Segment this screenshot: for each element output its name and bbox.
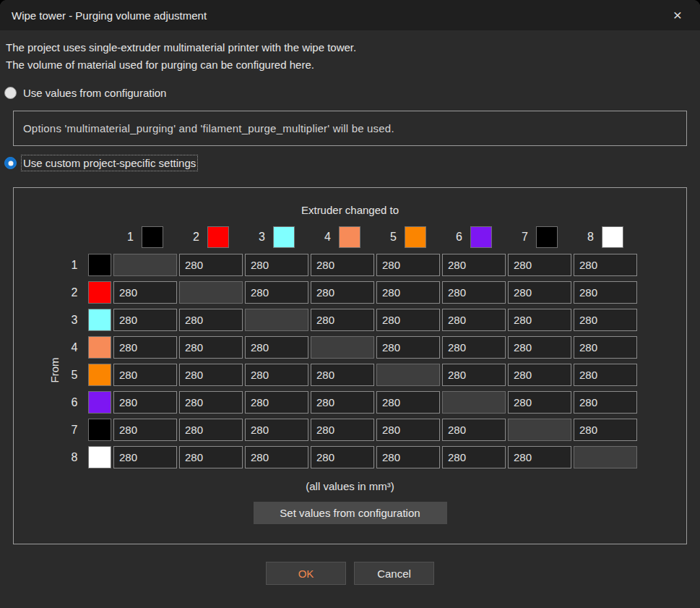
purge-value-input[interactable] [508,254,571,276]
purge-value-input[interactable] [442,336,506,359]
purge-value-input[interactable] [442,309,506,331]
extruder-column-header: 8 [574,225,637,249]
extruder-color-swatch [470,226,492,248]
configuration-note-box: Options 'multimaterial_purging' and 'fil… [13,111,687,146]
purge-value-input[interactable] [376,336,440,359]
purge-value-input[interactable] [508,309,571,331]
window-title: Wipe tower - Purging volume adjustment [12,9,207,22]
purge-value-input[interactable] [311,446,374,468]
purge-value-input[interactable] [574,281,637,304]
purge-value-input[interactable] [376,309,440,331]
purge-value-input[interactable] [311,364,374,386]
purge-value-input[interactable] [311,254,374,276]
purge-value-input[interactable] [179,364,243,386]
purge-matrix-panel: Extruder changed to From 123456781234567… [13,187,687,544]
matrix-row-number: 3 [63,314,86,327]
purge-value-input[interactable] [113,364,177,386]
purge-value-disabled-cell [245,309,308,331]
purge-value-input[interactable] [179,254,243,276]
extruder-color-swatch [88,254,111,276]
purge-value-input[interactable] [245,446,308,468]
radio-use-custom[interactable]: Use custom project-specific settings [4,157,700,169]
extruder-color-swatch [88,364,111,386]
purge-value-disabled-cell [376,364,440,386]
radio-use-configuration-label: Use values from configuration [23,87,166,99]
extruder-column-header: 5 [376,225,440,249]
extruder-column-number: 1 [127,231,134,244]
purge-value-input[interactable] [442,364,506,386]
purge-value-input[interactable] [311,391,374,414]
extruder-color-swatch [88,336,111,359]
purge-value-input[interactable] [245,419,308,441]
purge-value-input[interactable] [574,364,637,386]
purge-value-input[interactable] [508,364,571,386]
purge-value-input[interactable] [376,281,440,304]
purge-value-input[interactable] [574,336,637,359]
extruder-color-swatch [405,226,426,248]
purge-value-input[interactable] [508,336,571,359]
purge-value-input[interactable] [179,391,243,414]
matrix-row-number: 2 [63,286,86,299]
purge-value-input[interactable] [508,391,571,414]
purge-value-input[interactable] [442,419,506,441]
purge-value-input[interactable] [376,391,440,414]
purge-value-input[interactable] [508,446,571,468]
purge-value-disabled-cell [574,446,637,468]
purge-value-input[interactable] [179,336,243,359]
matrix-row-number: 5 [63,369,86,382]
extruder-column-number: 8 [587,231,594,244]
matrix-row-axis-label: From [48,358,61,383]
purge-value-input[interactable] [508,281,571,304]
extruder-column-header: 1 [113,225,177,249]
cancel-button[interactable]: Cancel [354,562,434,585]
footer-buttons: OK Cancel [0,562,700,585]
purge-value-input[interactable] [113,309,177,331]
purge-value-input[interactable] [179,446,243,468]
purge-value-input[interactable] [113,336,177,359]
matrix-row-number: 6 [63,396,86,409]
matrix-header-title: Extruder changed to [14,204,686,216]
set-values-button[interactable]: Set values from configuration [254,502,447,524]
purge-value-input[interactable] [442,254,506,276]
radio-use-configuration[interactable]: Use values from configuration [4,87,700,99]
matrix-row-number: 8 [63,451,86,464]
purge-value-input[interactable] [311,419,374,441]
extruder-color-swatch [339,226,360,248]
purge-value-input[interactable] [574,254,637,276]
purge-value-input[interactable] [245,336,308,359]
extruder-column-number: 5 [390,231,397,244]
radio-checked-icon[interactable] [4,157,17,169]
purge-value-input[interactable] [113,446,177,468]
purge-value-input[interactable] [442,446,506,468]
purge-value-input[interactable] [113,281,177,304]
purge-value-input[interactable] [574,419,637,441]
close-icon[interactable]: × [667,4,688,26]
extruder-column-number: 2 [193,231,199,244]
extruder-color-swatch [88,309,111,331]
purge-value-input[interactable] [245,364,308,386]
purge-value-input[interactable] [311,281,374,304]
extruder-color-swatch [273,226,295,248]
purge-value-input[interactable] [179,309,243,331]
intro-line-1: The project uses single-extruder multima… [6,39,694,56]
purge-value-input[interactable] [442,281,506,304]
purge-value-input[interactable] [245,254,308,276]
purge-value-input[interactable] [376,254,440,276]
extruder-column-header: 3 [245,225,308,249]
purge-value-input[interactable] [179,419,243,441]
matrix-row-number: 7 [63,424,86,437]
purge-value-input[interactable] [113,419,177,441]
purge-value-input[interactable] [311,309,374,331]
purge-value-input[interactable] [245,281,308,304]
ok-button[interactable]: OK [266,562,346,585]
purge-matrix-grid: 1234567812345678 [63,225,637,468]
radio-unchecked-icon[interactable] [4,87,17,99]
purge-value-input[interactable] [574,309,637,331]
purge-value-input[interactable] [245,391,308,414]
purge-value-input[interactable] [574,391,637,414]
purge-value-input[interactable] [376,446,440,468]
extruder-color-swatch [88,281,111,304]
intro-line-2: The volume of material used for purging … [6,56,694,74]
purge-value-input[interactable] [376,419,440,441]
purge-value-input[interactable] [113,391,177,414]
